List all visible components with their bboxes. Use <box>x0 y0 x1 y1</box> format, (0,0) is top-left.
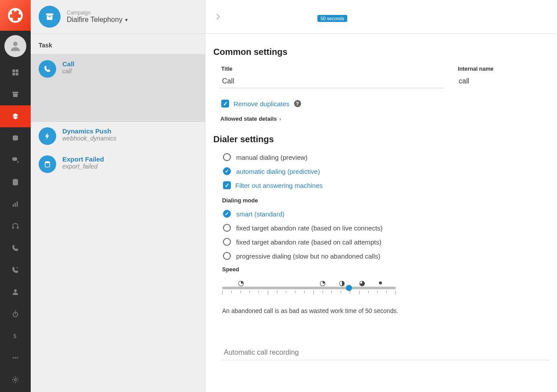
radio-label: smart (standard) <box>236 210 284 218</box>
title-input[interactable] <box>219 75 445 88</box>
chevron-right-icon: › <box>280 116 281 122</box>
svg-point-3 <box>18 18 20 20</box>
svg-rect-31 <box>46 14 54 15</box>
radio-icon <box>223 167 231 175</box>
allowed-state-details-toggle[interactable]: Allowed state details › <box>214 115 549 122</box>
speed-gauge-icons: ◔ ◔ ◑ ◕ ● <box>222 279 396 286</box>
chevron-right-icon[interactable] <box>213 12 223 22</box>
slider-thumb[interactable] <box>346 285 352 291</box>
rail-user-icon[interactable] <box>0 281 31 303</box>
app-logo[interactable] <box>0 0 31 31</box>
radio-mode-progressive[interactable]: progressive dialing (slow but no abandon… <box>223 252 549 260</box>
internal-name-input[interactable] <box>456 75 549 88</box>
rail-dollar-icon[interactable]: $ <box>0 325 31 347</box>
svg-point-1 <box>14 9 17 11</box>
title-label: Title <box>219 66 445 72</box>
rail-headphones-icon[interactable] <box>0 215 31 237</box>
campaign-name: Dialfire Telephony ▼ <box>67 16 129 24</box>
left-icon-rail: # $ <box>0 0 31 392</box>
internal-name-label: Internal name <box>456 66 549 72</box>
radio-label: fixed target abandon rate (based on call… <box>236 238 381 246</box>
svg-point-5 <box>9 12 12 14</box>
filter-answering-machines-label: Filter out answering machines <box>235 182 323 189</box>
svg-text:#: # <box>16 266 18 269</box>
radio-manual-dialing[interactable]: manual dialing (preview) <box>223 153 549 161</box>
svg-rect-20 <box>17 227 18 229</box>
radio-automatic-dialing[interactable]: automatic dialing (predictive) <box>223 167 549 175</box>
svg-rect-33 <box>48 16 51 17</box>
campaign-name-text: Dialfire Telephony <box>67 16 122 24</box>
speed-slider[interactable]: ◔ ◔ ◑ ◕ ● 50 seconds <box>222 279 548 295</box>
radio-icon <box>223 153 231 161</box>
task-title: Dynamics Push <box>62 127 116 135</box>
svg-rect-9 <box>12 73 15 76</box>
slider-track[interactable] <box>222 287 396 289</box>
rail-phone-icon[interactable] <box>0 237 31 259</box>
svg-rect-10 <box>16 73 18 76</box>
filter-answering-machines-checkbox[interactable] <box>223 181 231 189</box>
gauge-icon: ◔ <box>238 279 244 287</box>
rail-coins-icon[interactable] <box>0 127 31 149</box>
svg-rect-8 <box>16 69 18 72</box>
rail-stopwatch-icon[interactable] <box>0 303 31 325</box>
slider-ticks <box>222 291 396 295</box>
svg-point-30 <box>14 379 17 381</box>
svg-rect-18 <box>17 201 18 207</box>
remove-duplicates-label: Remove duplicates <box>234 100 290 108</box>
caret-down-icon: ▼ <box>124 18 129 22</box>
dialing-mode-label: Dialing mode <box>222 197 549 204</box>
svg-text:$: $ <box>14 333 17 339</box>
dialer-settings-heading: Dialer settings <box>213 134 549 144</box>
radio-icon <box>223 238 231 246</box>
radio-mode-fixed-attempt[interactable]: fixed target abandon rate (based on call… <box>223 238 549 246</box>
slider-tooltip: 50 seconds <box>317 15 347 22</box>
help-icon[interactable]: ? <box>294 100 301 107</box>
common-settings-heading: Common settings <box>213 47 549 57</box>
rail-dialpad-icon[interactable]: # <box>0 259 31 281</box>
task-title: Call <box>62 60 75 68</box>
svg-point-4 <box>10 18 13 20</box>
rail-layers-icon[interactable] <box>0 105 31 127</box>
svg-point-28 <box>15 357 16 359</box>
campaign-label: Campaign <box>67 10 129 16</box>
radio-mode-fixed-live[interactable]: fixed target abandon rate (based on live… <box>223 224 549 232</box>
radio-label: automatic dialing (predictive) <box>236 168 320 175</box>
radio-icon <box>223 224 231 232</box>
remove-duplicates-checkbox[interactable] <box>221 100 229 108</box>
slider-note: An abandoned call is as bad as wasted wo… <box>222 307 549 314</box>
svg-point-2 <box>18 12 21 14</box>
user-avatar[interactable] <box>0 31 31 61</box>
rail-dashboard-icon[interactable] <box>0 61 31 83</box>
svg-point-27 <box>13 357 14 359</box>
task-sub: export_failed <box>62 163 104 170</box>
radio-icon <box>223 210 231 218</box>
rail-more-icon[interactable] <box>0 347 31 369</box>
task-title: Export Failed <box>62 155 104 163</box>
svg-rect-12 <box>13 94 18 97</box>
svg-rect-17 <box>15 203 16 207</box>
campaign-icon <box>39 6 61 28</box>
task-panel: Campaign Dialfire Telephony ▼ Task Call … <box>31 0 205 392</box>
rail-database-icon[interactable] <box>0 171 31 193</box>
gauge-icon: ◕ <box>359 279 365 287</box>
rail-barchart-icon[interactable] <box>0 193 31 215</box>
rail-coins-export-icon[interactable] <box>0 149 31 171</box>
rail-settings-icon[interactable] <box>0 369 31 391</box>
gauge-icon: ◔ <box>320 279 326 287</box>
task-item-call[interactable]: Call call <box>31 54 205 122</box>
auto-call-recording-input[interactable] <box>221 345 549 360</box>
svg-rect-19 <box>12 227 14 229</box>
radio-mode-smart[interactable]: smart (standard) <box>223 210 549 218</box>
campaign-selector[interactable]: Campaign Dialfire Telephony ▼ <box>31 0 205 34</box>
rail-archive-icon[interactable] <box>0 83 31 105</box>
radio-label: manual dialing (preview) <box>236 154 308 161</box>
svg-rect-32 <box>47 15 53 20</box>
svg-rect-16 <box>13 204 14 207</box>
svg-point-6 <box>13 42 18 46</box>
task-item-export-failed[interactable]: Export Failed export_failed <box>31 150 205 178</box>
bolt-icon <box>39 127 56 145</box>
allowed-state-label: Allowed state details <box>220 115 277 122</box>
svg-rect-11 <box>12 92 18 93</box>
task-item-dynamics-push[interactable]: Dynamics Push webhook_dynamics <box>31 122 205 150</box>
speed-label: Speed <box>222 266 549 273</box>
